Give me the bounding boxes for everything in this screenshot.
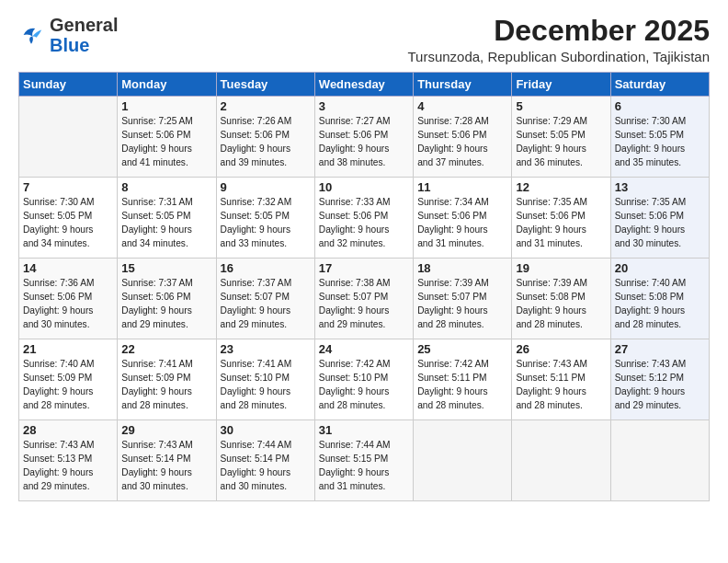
logo-bird-icon	[18, 22, 44, 48]
day-number: 10	[319, 180, 409, 194]
calendar-cell: 25Sunrise: 7:42 AM Sunset: 5:11 PM Dayli…	[414, 339, 512, 420]
day-info: Sunrise: 7:32 AM Sunset: 5:05 PM Dayligh…	[221, 196, 311, 250]
calendar-week-1: 1Sunrise: 7:25 AM Sunset: 5:06 PM Daylig…	[19, 97, 710, 178]
day-info: Sunrise: 7:40 AM Sunset: 5:08 PM Dayligh…	[615, 277, 705, 331]
month-title: December 2025	[407, 15, 710, 47]
day-number: 8	[121, 180, 211, 194]
calendar-cell: 21Sunrise: 7:40 AM Sunset: 5:09 PM Dayli…	[19, 339, 118, 420]
day-info: Sunrise: 7:25 AM Sunset: 5:06 PM Dayligh…	[121, 115, 211, 169]
day-info: Sunrise: 7:43 AM Sunset: 5:12 PM Dayligh…	[615, 358, 705, 412]
calendar-cell: 31Sunrise: 7:44 AM Sunset: 5:15 PM Dayli…	[314, 420, 413, 501]
calendar-cell: 18Sunrise: 7:39 AM Sunset: 5:07 PM Dayli…	[414, 259, 512, 339]
day-info: Sunrise: 7:44 AM Sunset: 5:15 PM Dayligh…	[319, 439, 409, 493]
calendar-cell: 13Sunrise: 7:35 AM Sunset: 5:06 PM Dayli…	[610, 178, 709, 259]
calendar-week-3: 14Sunrise: 7:36 AM Sunset: 5:06 PM Dayli…	[19, 259, 710, 339]
header-saturday: Saturday	[610, 73, 709, 97]
calendar-cell: 24Sunrise: 7:42 AM Sunset: 5:10 PM Dayli…	[314, 339, 413, 420]
day-info: Sunrise: 7:36 AM Sunset: 5:06 PM Dayligh…	[23, 277, 113, 331]
calendar-cell: 15Sunrise: 7:37 AM Sunset: 5:06 PM Dayli…	[118, 259, 216, 339]
day-info: Sunrise: 7:41 AM Sunset: 5:09 PM Dayligh…	[121, 358, 211, 412]
day-info: Sunrise: 7:33 AM Sunset: 5:06 PM Dayligh…	[319, 196, 409, 250]
day-number: 28	[23, 423, 113, 437]
day-number: 5	[516, 99, 606, 113]
day-info: Sunrise: 7:38 AM Sunset: 5:07 PM Dayligh…	[319, 277, 409, 331]
calendar-cell: 8Sunrise: 7:31 AM Sunset: 5:05 PM Daylig…	[118, 178, 216, 259]
day-number: 25	[417, 342, 507, 356]
day-number: 31	[319, 423, 409, 437]
calendar-cell: 9Sunrise: 7:32 AM Sunset: 5:05 PM Daylig…	[216, 178, 314, 259]
day-number: 26	[516, 342, 606, 356]
calendar-cell: 11Sunrise: 7:34 AM Sunset: 5:06 PM Dayli…	[414, 178, 512, 259]
logo-blue: Blue	[50, 35, 89, 55]
day-info: Sunrise: 7:29 AM Sunset: 5:05 PM Dayligh…	[516, 115, 606, 169]
day-number: 24	[319, 342, 409, 356]
day-number: 19	[516, 261, 606, 275]
calendar-week-4: 21Sunrise: 7:40 AM Sunset: 5:09 PM Dayli…	[19, 339, 710, 420]
day-info: Sunrise: 7:37 AM Sunset: 5:07 PM Dayligh…	[221, 277, 311, 331]
calendar-table: Sunday Monday Tuesday Wednesday Thursday…	[18, 72, 710, 501]
day-number: 27	[615, 342, 705, 356]
header-friday: Friday	[512, 73, 610, 97]
day-info: Sunrise: 7:42 AM Sunset: 5:10 PM Dayligh…	[319, 358, 409, 412]
calendar-week-5: 28Sunrise: 7:43 AM Sunset: 5:13 PM Dayli…	[19, 420, 710, 501]
day-info: Sunrise: 7:43 AM Sunset: 5:14 PM Dayligh…	[121, 439, 211, 493]
day-info: Sunrise: 7:39 AM Sunset: 5:08 PM Dayligh…	[516, 277, 606, 331]
day-number: 21	[23, 342, 113, 356]
page: General Blue December 2025 Tursunzoda, R…	[0, 0, 728, 511]
day-number: 29	[121, 423, 211, 437]
calendar-cell: 14Sunrise: 7:36 AM Sunset: 5:06 PM Dayli…	[19, 259, 118, 339]
calendar-cell: 28Sunrise: 7:43 AM Sunset: 5:13 PM Dayli…	[19, 420, 118, 501]
calendar-cell: 4Sunrise: 7:28 AM Sunset: 5:06 PM Daylig…	[414, 97, 512, 178]
calendar-cell: 5Sunrise: 7:29 AM Sunset: 5:05 PM Daylig…	[512, 97, 610, 178]
calendar-cell: 23Sunrise: 7:41 AM Sunset: 5:10 PM Dayli…	[216, 339, 314, 420]
header-monday: Monday	[118, 73, 216, 97]
day-info: Sunrise: 7:40 AM Sunset: 5:09 PM Dayligh…	[23, 358, 113, 412]
calendar-cell: 22Sunrise: 7:41 AM Sunset: 5:09 PM Dayli…	[118, 339, 216, 420]
calendar-cell: 30Sunrise: 7:44 AM Sunset: 5:14 PM Dayli…	[216, 420, 314, 501]
header-area: General Blue December 2025 Tursunzoda, R…	[18, 15, 710, 64]
day-info: Sunrise: 7:35 AM Sunset: 5:06 PM Dayligh…	[615, 196, 705, 250]
day-number: 13	[615, 180, 705, 194]
calendar-cell: 20Sunrise: 7:40 AM Sunset: 5:08 PM Dayli…	[610, 259, 709, 339]
day-info: Sunrise: 7:30 AM Sunset: 5:05 PM Dayligh…	[615, 115, 705, 169]
header-thursday: Thursday	[414, 73, 512, 97]
day-info: Sunrise: 7:34 AM Sunset: 5:06 PM Dayligh…	[417, 196, 507, 250]
title-area: December 2025 Tursunzoda, Republican Sub…	[407, 15, 710, 64]
day-info: Sunrise: 7:44 AM Sunset: 5:14 PM Dayligh…	[221, 439, 311, 493]
day-number: 23	[221, 342, 311, 356]
day-number: 9	[221, 180, 311, 194]
header-sunday: Sunday	[19, 73, 118, 97]
calendar-cell: 12Sunrise: 7:35 AM Sunset: 5:06 PM Dayli…	[512, 178, 610, 259]
calendar-cell: 26Sunrise: 7:43 AM Sunset: 5:11 PM Dayli…	[512, 339, 610, 420]
day-info: Sunrise: 7:42 AM Sunset: 5:11 PM Dayligh…	[417, 358, 507, 412]
calendar-cell	[19, 97, 118, 178]
day-number: 11	[417, 180, 507, 194]
day-number: 15	[121, 261, 211, 275]
day-number: 6	[615, 99, 705, 113]
day-number: 7	[23, 180, 113, 194]
weekday-header-row: Sunday Monday Tuesday Wednesday Thursday…	[19, 73, 710, 97]
day-number: 12	[516, 180, 606, 194]
header-wednesday: Wednesday	[314, 73, 413, 97]
calendar-cell: 10Sunrise: 7:33 AM Sunset: 5:06 PM Dayli…	[314, 178, 413, 259]
day-info: Sunrise: 7:39 AM Sunset: 5:07 PM Dayligh…	[417, 277, 507, 331]
calendar-cell: 19Sunrise: 7:39 AM Sunset: 5:08 PM Dayli…	[512, 259, 610, 339]
calendar-cell	[610, 420, 709, 501]
calendar-body: 1Sunrise: 7:25 AM Sunset: 5:06 PM Daylig…	[19, 97, 710, 501]
location-subtitle: Tursunzoda, Republican Subordination, Ta…	[407, 49, 710, 64]
day-number: 16	[221, 261, 311, 275]
day-number: 30	[221, 423, 311, 437]
header-tuesday: Tuesday	[216, 73, 314, 97]
day-number: 18	[417, 261, 507, 275]
calendar-week-2: 7Sunrise: 7:30 AM Sunset: 5:05 PM Daylig…	[19, 178, 710, 259]
calendar-cell: 17Sunrise: 7:38 AM Sunset: 5:07 PM Dayli…	[314, 259, 413, 339]
day-info: Sunrise: 7:41 AM Sunset: 5:10 PM Dayligh…	[221, 358, 311, 412]
logo-general: General	[50, 15, 118, 35]
calendar-cell	[414, 420, 512, 501]
calendar-cell: 7Sunrise: 7:30 AM Sunset: 5:05 PM Daylig…	[19, 178, 118, 259]
day-number: 3	[319, 99, 409, 113]
day-info: Sunrise: 7:30 AM Sunset: 5:05 PM Dayligh…	[23, 196, 113, 250]
day-info: Sunrise: 7:27 AM Sunset: 5:06 PM Dayligh…	[319, 115, 409, 169]
day-number: 4	[417, 99, 507, 113]
calendar-cell: 3Sunrise: 7:27 AM Sunset: 5:06 PM Daylig…	[314, 97, 413, 178]
